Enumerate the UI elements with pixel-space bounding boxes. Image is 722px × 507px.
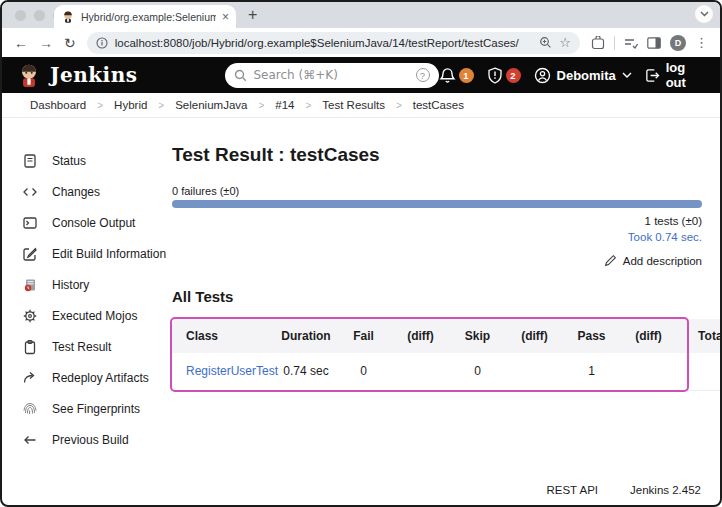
sidebar-item-label: Status xyxy=(52,154,86,168)
breadcrumb-testcases[interactable]: testCases xyxy=(413,99,464,111)
breadcrumb: Dashboard > Hybrid > SeleniumJava > #14 … xyxy=(2,93,720,118)
sidebar-item-label: History xyxy=(52,278,89,292)
sidebar-item-label: Previous Build xyxy=(52,433,129,447)
sidebar: Status Changes Console Output Edit Build… xyxy=(2,118,172,455)
back-icon[interactable]: ← xyxy=(14,36,28,50)
breadcrumb-hybrid[interactable]: Hybrid xyxy=(114,99,147,111)
gear-icon xyxy=(22,308,38,324)
close-window-button[interactable] xyxy=(15,10,26,21)
cell-fail-diff xyxy=(392,353,449,390)
cell-pass: 1 xyxy=(563,353,620,390)
document-icon xyxy=(22,153,38,169)
minimize-window-button[interactable] xyxy=(34,10,45,21)
rest-api-link[interactable]: REST API xyxy=(546,484,598,496)
redeploy-arrow-icon xyxy=(22,370,38,386)
column-header-pass[interactable]: Pass xyxy=(563,319,620,353)
column-header-fail-diff[interactable]: (diff) xyxy=(392,319,449,353)
breadcrumb-separator: > xyxy=(396,100,402,111)
sidebar-item-changes[interactable]: Changes xyxy=(2,176,172,207)
breadcrumb-separator: > xyxy=(97,100,103,111)
search-help-icon[interactable]: ? xyxy=(416,68,430,82)
address-bar[interactable]: localhost:8080/job/Hybrid/org.example$Se… xyxy=(87,32,580,54)
user-icon xyxy=(534,67,551,84)
cell-pass-diff xyxy=(620,353,677,390)
sidebar-item-redeploy-artifacts[interactable]: Redeploy Artifacts xyxy=(2,362,172,393)
close-tab-icon[interactable]: × xyxy=(222,11,229,23)
side-panel-icon[interactable] xyxy=(647,37,661,49)
forward-icon[interactable]: → xyxy=(39,36,53,50)
took-duration-link[interactable]: Took 0.74 sec. xyxy=(172,231,702,243)
breadcrumb-separator: > xyxy=(258,100,264,111)
reload-icon[interactable]: ↻ xyxy=(64,36,76,50)
cell-class: RegisterUserTest xyxy=(172,353,277,390)
terminal-icon xyxy=(22,215,38,231)
user-menu[interactable]: Debomita xyxy=(534,67,632,84)
column-header-total[interactable]: Total xyxy=(677,319,722,353)
sidebar-item-see-fingerprints[interactable]: See Fingerprints xyxy=(2,393,172,424)
breadcrumb-build-14[interactable]: #14 xyxy=(275,99,294,111)
new-tab-button[interactable]: + xyxy=(248,6,257,24)
column-header-skip[interactable]: Skip xyxy=(449,319,506,353)
shield-icon xyxy=(487,67,503,84)
bell-icon xyxy=(439,67,456,84)
sidebar-item-executed-mojos[interactable]: Executed Mojos xyxy=(2,300,172,331)
browser-toolbar: ← → ↻ localhost:8080/job/Hybrid/org.exam… xyxy=(2,28,720,57)
cell-duration: 0.74 sec xyxy=(277,353,335,390)
cell-skip-diff xyxy=(506,353,563,390)
url-text[interactable]: localhost:8080/job/Hybrid/org.example$Se… xyxy=(115,37,533,49)
browser-tab-bar: Hybrid/org.example:Selenium × + xyxy=(2,2,720,28)
sidebar-item-history[interactable]: History xyxy=(2,269,172,300)
column-header-fail[interactable]: Fail xyxy=(335,319,392,353)
breadcrumb-seleniumjava[interactable]: SeleniumJava xyxy=(175,99,247,111)
sidebar-item-label: Console Output xyxy=(52,216,135,230)
main-content: Test Result : testCases 0 failures (±0) … xyxy=(172,118,702,391)
user-name: Debomita xyxy=(557,68,616,83)
zoom-page-icon[interactable] xyxy=(539,36,552,49)
search-input[interactable] xyxy=(253,68,409,82)
add-description-button[interactable]: Add description xyxy=(172,254,702,267)
column-header-class[interactable]: Class xyxy=(172,319,277,353)
toolbar-action-icons: D ⋮ xyxy=(591,35,708,51)
sidebar-item-edit-build-information[interactable]: Edit Build Information xyxy=(2,238,172,269)
pencil-icon xyxy=(604,254,617,267)
bookmark-star-icon[interactable]: ☆ xyxy=(559,36,571,49)
code-icon xyxy=(22,184,38,200)
search-box[interactable]: ? xyxy=(225,63,438,88)
sidebar-item-status[interactable]: Status xyxy=(2,145,172,176)
security-badge: 2 xyxy=(506,68,521,83)
toolbar-collapse-button[interactable] xyxy=(695,5,713,23)
column-header-pass-diff[interactable]: (diff) xyxy=(620,319,677,353)
sidebar-item-console-output[interactable]: Console Output xyxy=(2,207,172,238)
browser-tab[interactable]: Hybrid/org.example:Selenium × xyxy=(54,5,236,28)
sidebar-item-label: Changes xyxy=(52,185,100,199)
site-info-icon[interactable] xyxy=(96,37,108,49)
tests-count-label: 1 tests (±0) xyxy=(172,215,702,227)
breadcrumb-dashboard[interactable]: Dashboard xyxy=(30,99,86,111)
sidebar-item-label: Edit Build Information xyxy=(52,247,166,261)
browser-menu-icon[interactable]: ⋮ xyxy=(695,35,708,50)
all-tests-table: Class Duration Fail (diff) Skip (diff) P… xyxy=(172,319,722,391)
all-tests-title: All Tests xyxy=(172,288,702,305)
notifications-control[interactable]: 1 xyxy=(439,67,474,84)
reading-list-icon[interactable] xyxy=(624,37,638,49)
logout-button[interactable]: log out xyxy=(645,60,706,90)
jenkins-logo[interactable]: Jenkins xyxy=(16,62,137,88)
security-warnings-control[interactable]: 2 xyxy=(487,67,521,84)
browser-profile-avatar[interactable]: D xyxy=(670,35,686,51)
sidebar-item-previous-build[interactable]: Previous Build xyxy=(2,424,172,455)
test-class-link[interactable]: RegisterUserTest xyxy=(186,364,278,378)
cell-skip: 0 xyxy=(449,353,506,390)
all-tests-table-container: Class Duration Fail (diff) Skip (diff) P… xyxy=(172,319,722,391)
column-header-duration[interactable]: Duration xyxy=(277,319,335,353)
header-right-controls: 1 2 Debomita log out xyxy=(439,60,706,90)
column-header-skip-diff[interactable]: (diff) xyxy=(506,319,563,353)
jenkins-header: Jenkins ? 1 2 Debomita log out xyxy=(2,57,720,93)
sidebar-item-test-result[interactable]: Test Result xyxy=(2,331,172,362)
browser-window: Hybrid/org.example:Selenium × + ← → ↻ lo… xyxy=(0,0,722,507)
extensions-icon[interactable] xyxy=(591,36,605,50)
breadcrumb-test-results[interactable]: Test Results xyxy=(322,99,385,111)
table-row: RegisterUserTest 0.74 sec 0 0 1 xyxy=(172,353,722,390)
jenkins-brand-name: Jenkins xyxy=(50,63,137,87)
clipboard-icon xyxy=(22,339,38,355)
jenkins-version[interactable]: Jenkins 2.452 xyxy=(630,484,701,496)
